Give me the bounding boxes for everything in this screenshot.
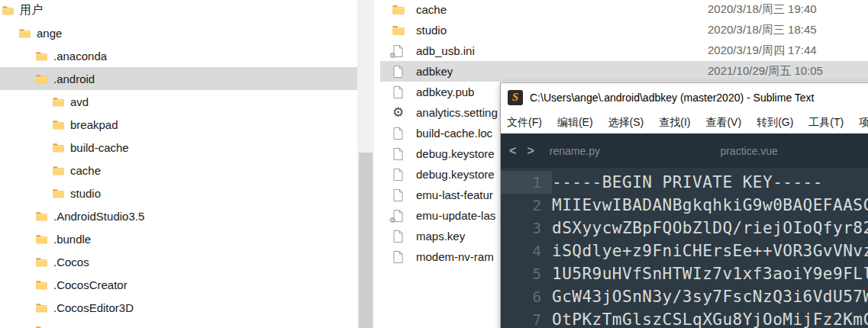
file-name: emu-update-las [416,209,495,222]
menu-goto[interactable]: 转到(G) [757,116,793,130]
tree-item-label: studio [70,187,101,200]
editor-area[interactable]: 1 -----BEGIN PRIVATE KEY----- 2 MIIEvwIB… [501,168,868,328]
file-date: 2020/3/18/周三 19:40 [708,2,817,17]
code-line: 3 dSXyycwZBpFQObZlDQ/riejOIoQfyr82 [501,217,868,240]
tree-scrollbar-track[interactable] [357,0,374,328]
file-name: debug.keystore [416,147,495,160]
file-icon [392,127,405,140]
file-row-adbkey-selected[interactable]: adbkey 2021/10/29/周五 10:05 [374,61,868,82]
line-number: 1 [501,171,552,194]
menu-view[interactable]: 查看(V) [705,116,741,130]
line-number: 2 [501,194,552,217]
file-name: modem-nv-ram [416,250,494,263]
file-name: analytics.setting [416,106,498,119]
code-text: MIIEvwIBADANBgkqhkiG9w0BAQEFAASCB [552,194,868,217]
tree-scrollbar-thumb[interactable] [359,153,373,328]
file-date: 2020/3/19/周四 17:44 [708,43,817,58]
line-number: 5 [501,262,552,285]
line-number: 4 [501,240,552,262]
tree-item-cocoseditor3d[interactable]: .CocosEditor3D [0,296,357,319]
menu-find[interactable]: 查找(I) [659,116,690,130]
file-row-adb-usb-ini[interactable]: ⚙ adb_usb.ini 2020/3/19/周四 17:44 [374,40,868,61]
file-icon [392,230,405,243]
line-number: 6 [501,285,552,308]
tree-item-label: .anaconda [53,50,107,63]
code-line: 2 MIIEvwIBADANBgkqhkiG9w0BAQEFAASCB [501,194,868,217]
sublime-logo-icon: S [508,90,523,105]
menu-tools[interactable]: 工具(T) [808,116,844,130]
file-icon [392,168,405,181]
file-name: cache [416,3,447,16]
code-text: iSQdlye+z9FniCHErsEe++VOR3GvVNvz [552,240,868,262]
code-text: 1U5R9uHVfSnHTWIz7v1xf3aoiY9e9FLl [552,262,868,285]
title-bar[interactable]: S C:\Users\ange\.android\adbkey (master2… [501,83,868,111]
tree-item-label: ange [37,27,62,40]
folder-icon [36,326,47,328]
tree-item-label: 用户 [20,3,43,18]
file-icon [392,250,405,263]
tree-item-cocos[interactable]: .Cocos [0,250,357,273]
code-text: GcW43jOSnN3y/3sy7FscNzQ3i6VdU57W [552,285,868,308]
tree-item-anaconda[interactable]: .anaconda [0,44,357,67]
chevron-right-icon[interactable]: > [524,144,536,158]
file-row-studio[interactable]: studio 2020/3/18/周三 18:45 [374,20,868,40]
tree-item-label: avd [70,95,89,108]
code-line: 1 -----BEGIN PRIVATE KEY----- [501,171,868,194]
tree-item-ange[interactable]: ange [0,21,357,44]
folder-icon [53,166,64,175]
code-line: 7 OtPKzTmGlszCSLqXGu8YjOoMijFz2KmC [501,308,868,328]
file-icon [392,188,405,201]
folder-tree-pane: 用户 ange .anaconda .android avd breakpad … [0,0,357,328]
folder-icon [53,97,64,107]
folder-icon [392,3,405,16]
tree-item-studio[interactable]: studio [0,182,357,204]
menu-project[interactable]: 项目(P [859,116,868,130]
tab-practice-vue[interactable]: practice.vue [712,145,868,157]
ini-file-icon: ⚙ [392,209,405,222]
menu-bar: 文件(F) 编辑(E) 选择(S) 查找(I) 查看(V) 转到(G) 工具(T… [501,111,868,133]
tree-item-bundle[interactable]: .bundle [0,227,357,250]
code-line: 6 GcW43jOSnN3y/3sy7FscNzQ3i6VdU57W [501,285,868,308]
tree-item-cocoscreator[interactable]: .CocosCreator [0,273,357,296]
tree-item-breakpad[interactable]: breakpad [0,113,357,136]
menu-edit[interactable]: 编辑(E) [557,116,593,130]
window-title: C:\Users\ange\.android\adbkey (master202… [530,92,814,104]
code-line: 4 iSQdlye+z9FniCHErsEe++VOR3GvVNvz [501,240,868,262]
file-name: studio [416,24,447,37]
menu-file[interactable]: 文件(F) [507,116,542,130]
gear-icon: ⚙ [392,106,405,119]
tree-item-partial[interactable] [0,319,357,328]
tree-item-users[interactable]: 用户 [0,0,357,21]
folder-icon [36,211,47,221]
folder-icon [53,188,64,198]
tree-item-label: .CocosCreator [53,278,127,291]
folder-icon [36,51,47,61]
folder-icon [36,280,47,290]
file-icon [392,65,405,78]
folder-icon [19,28,31,38]
tree-item-label: cache [70,164,101,177]
file-name: adbkey.pub [416,85,474,98]
folder-icon [36,257,47,267]
tree-item-cache[interactable]: cache [0,159,357,182]
tree-item-label: .android [53,72,95,85]
folder-icon [36,234,47,244]
tree-item-build-cache[interactable]: build-cache [0,136,357,159]
tab-rename-py[interactable]: rename.py [541,145,712,157]
file-row-cache[interactable]: cache 2020/3/18/周三 19:40 [374,0,868,20]
tree-item-label: .CocosEditor3D [53,301,134,314]
code-line: 5 1U5R9uHVfSnHTWIz7v1xf3aoiY9e9FLl [501,262,868,285]
tree-item-avd[interactable]: avd [0,90,357,113]
menu-selection[interactable]: 选择(S) [608,116,644,130]
gear-icon: ⚙ [389,52,396,59]
file-name: emu-last-featur [416,188,493,201]
chevron-left-icon[interactable]: < [507,144,518,158]
tree-item-label: breakpad [70,118,118,131]
tree-item-android-selected[interactable]: .android [0,67,357,90]
tree-item-androidstudio35[interactable]: .AndroidStudio3.5 [0,204,357,227]
code-text: OtPKzTmGlszCSLqXGu8YjOoMijFz2KmC [552,308,868,328]
file-name: adb_usb.ini [416,44,475,57]
folder-icon [392,24,405,37]
sublime-text-window: S C:\Users\ange\.android\adbkey (master2… [500,82,868,328]
file-name: adbkey [416,65,453,78]
